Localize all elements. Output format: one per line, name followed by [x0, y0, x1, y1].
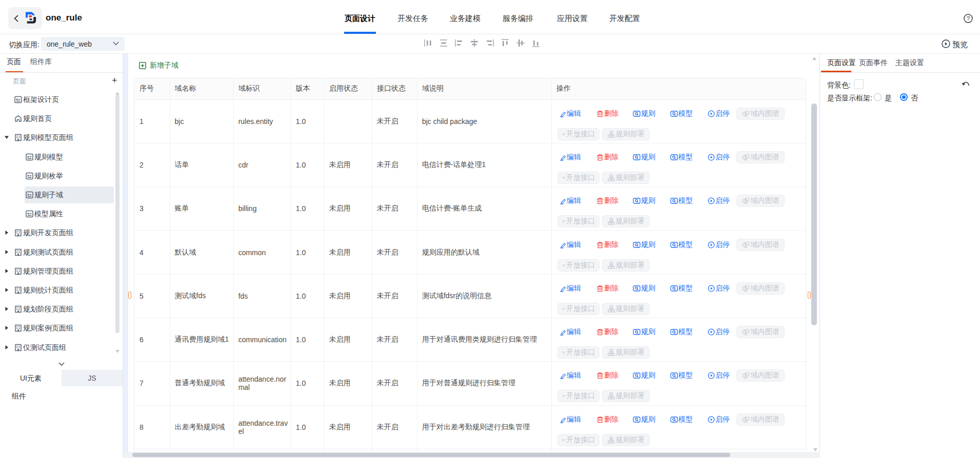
svg-text:?: ? [967, 15, 970, 22]
